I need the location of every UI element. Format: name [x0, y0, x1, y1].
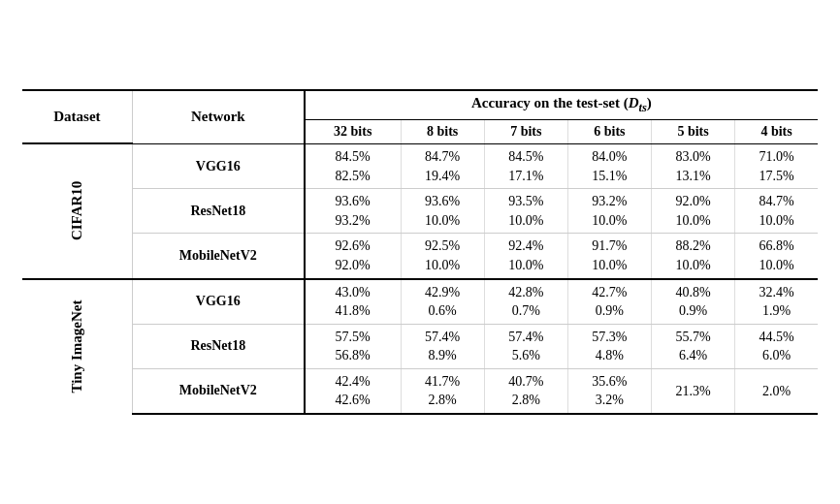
data-cell: 2.0%: [735, 368, 818, 414]
accuracy-span-header: Accuracy on the test-set (Dts): [305, 90, 818, 120]
data-cell: 83.0%13.1%: [652, 143, 735, 188]
table-row: Tiny ImageNetVGG1643.0%41.8%42.9%0.6%42.…: [22, 279, 818, 325]
table-row: MobileNetV242.4%42.6%41.7%2.8%40.7%2.8%3…: [22, 368, 818, 414]
main-table-container: Dataset Network Accuracy on the test-set…: [22, 89, 818, 415]
dataset-header: Dataset: [22, 90, 132, 144]
data-cell: 57.4%8.9%: [401, 324, 484, 368]
data-cell: 93.2%10.0%: [567, 189, 651, 234]
network-cell: VGG16: [132, 143, 305, 188]
data-cell: 93.5%10.0%: [484, 189, 567, 234]
data-cell: 93.6%93.2%: [305, 189, 401, 234]
network-cell: ResNet18: [132, 324, 305, 368]
table-row: MobileNetV292.6%92.0%92.5%10.0%92.4%10.0…: [22, 234, 818, 279]
data-cell: 92.4%10.0%: [484, 234, 567, 279]
data-cell: 91.7%10.0%: [567, 234, 651, 279]
data-cell: 57.5%56.8%: [305, 324, 401, 368]
col-5bits: 5 bits: [652, 119, 735, 143]
data-cell: 92.0%10.0%: [652, 189, 735, 234]
data-cell: 92.5%10.0%: [401, 234, 484, 279]
data-cell: 42.8%0.7%: [484, 279, 567, 325]
data-cell: 84.7%10.0%: [735, 189, 818, 234]
col-8bits: 8 bits: [401, 119, 484, 143]
accuracy-table: Dataset Network Accuracy on the test-set…: [22, 89, 818, 415]
data-cell: 40.7%2.8%: [484, 368, 567, 414]
data-cell: 32.4%1.9%: [735, 279, 818, 325]
col-6bits: 6 bits: [567, 119, 651, 143]
col-4bits: 4 bits: [735, 119, 818, 143]
table-row: CIFAR10VGG1684.5%82.5%84.7%19.4%84.5%17.…: [22, 143, 818, 188]
dataset-cell: CIFAR10: [22, 143, 132, 278]
network-cell: VGG16: [132, 279, 305, 325]
data-cell: 42.4%42.6%: [305, 368, 401, 414]
data-cell: 35.6%3.2%: [567, 368, 651, 414]
col-32bits: 32 bits: [305, 119, 401, 143]
data-cell: 84.5%82.5%: [305, 143, 401, 188]
data-cell: 44.5%6.0%: [735, 324, 818, 368]
table-row: ResNet1857.5%56.8%57.4%8.9%57.4%5.6%57.3…: [22, 324, 818, 368]
header-row-1: Dataset Network Accuracy on the test-set…: [22, 90, 818, 120]
network-header: Network: [132, 90, 305, 144]
data-cell: 88.2%10.0%: [652, 234, 735, 279]
network-cell: ResNet18: [132, 189, 305, 234]
data-cell: 57.3%4.8%: [567, 324, 651, 368]
data-cell: 84.0%15.1%: [567, 143, 651, 188]
network-cell: MobileNetV2: [132, 368, 305, 414]
data-cell: 42.9%0.6%: [401, 279, 484, 325]
data-cell: 57.4%5.6%: [484, 324, 567, 368]
data-cell: 43.0%41.8%: [305, 279, 401, 325]
data-cell: 84.7%19.4%: [401, 143, 484, 188]
network-cell: MobileNetV2: [132, 234, 305, 279]
dataset-cell: Tiny ImageNet: [22, 279, 132, 415]
data-cell: 40.8%0.9%: [652, 279, 735, 325]
data-cell: 41.7%2.8%: [401, 368, 484, 414]
data-cell: 55.7%6.4%: [652, 324, 735, 368]
col-7bits: 7 bits: [484, 119, 567, 143]
data-cell: 21.3%: [652, 368, 735, 414]
data-cell: 92.6%92.0%: [305, 234, 401, 279]
data-cell: 71.0%17.5%: [735, 143, 818, 188]
data-cell: 84.5%17.1%: [484, 143, 567, 188]
table-row: ResNet1893.6%93.2%93.6%10.0%93.5%10.0%93…: [22, 189, 818, 234]
data-cell: 66.8%10.0%: [735, 234, 818, 279]
data-cell: 42.7%0.9%: [567, 279, 651, 325]
data-cell: 93.6%10.0%: [401, 189, 484, 234]
